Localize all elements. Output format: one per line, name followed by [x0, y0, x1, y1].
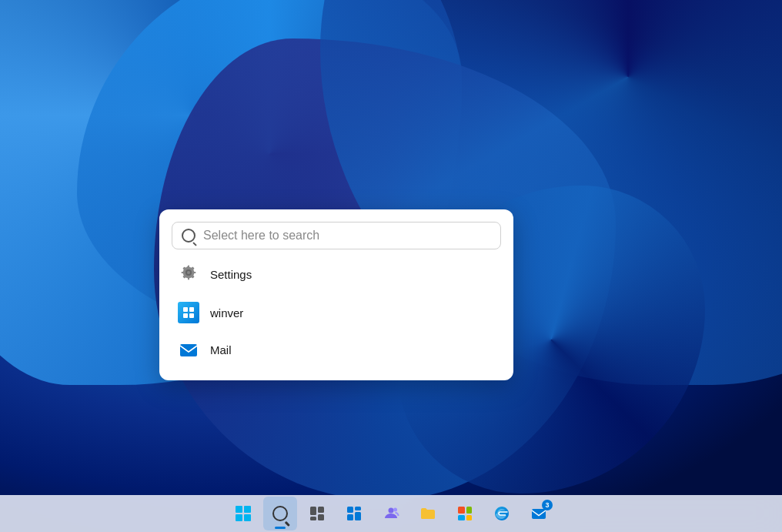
taskbar-fileexplorer-button[interactable] — [411, 497, 445, 530]
svg-rect-14 — [466, 507, 472, 514]
svg-rect-9 — [347, 514, 353, 520]
svg-rect-10 — [355, 512, 361, 520]
taskbar-store-button[interactable] — [448, 497, 482, 530]
svg-rect-13 — [458, 507, 465, 514]
taskbar-widgets-button[interactable] — [337, 497, 371, 530]
svg-rect-4 — [318, 507, 324, 513]
taskbar-taskview-button[interactable] — [300, 497, 334, 530]
svg-rect-2 — [180, 344, 197, 356]
svg-rect-6 — [310, 517, 316, 520]
search-placeholder-text: Select here to search — [203, 229, 319, 243]
svg-rect-7 — [347, 507, 353, 513]
settings-label: Settings — [210, 268, 252, 281]
teams-icon — [383, 505, 399, 522]
search-result-winver[interactable]: winver — [172, 294, 501, 331]
mail-icon — [178, 339, 199, 360]
store-icon — [456, 505, 473, 522]
svg-rect-16 — [466, 515, 472, 520]
mail-badge: 3 — [542, 500, 553, 510]
search-input-container[interactable]: Select here to search — [172, 222, 501, 249]
svg-rect-15 — [458, 515, 465, 520]
taskbar-icons: 3 — [226, 497, 556, 530]
winver-icon — [178, 302, 199, 323]
edge-icon — [493, 505, 510, 522]
search-results-list: Settings winver — [172, 254, 501, 368]
fileexplorer-icon — [419, 505, 436, 522]
search-icon — [182, 229, 196, 243]
mail-label: Mail — [210, 343, 232, 356]
svg-point-12 — [393, 508, 397, 512]
svg-rect-17 — [532, 509, 546, 519]
search-result-settings[interactable]: Settings — [172, 254, 501, 294]
search-popup: Select here to search Settings — [159, 209, 513, 380]
taskview-icon — [309, 506, 325, 521]
svg-rect-8 — [355, 507, 361, 510]
taskbar-start-button[interactable] — [226, 497, 260, 530]
svg-rect-3 — [310, 507, 316, 515]
taskbar-mail-button[interactable]: 3 — [522, 497, 556, 530]
winver-label: winver — [210, 306, 243, 320]
svg-point-11 — [389, 508, 394, 514]
widgets-icon — [346, 506, 362, 521]
taskbar-edge-button[interactable] — [485, 497, 519, 530]
svg-rect-5 — [318, 514, 324, 520]
taskbar-teams-button[interactable] — [374, 497, 408, 530]
search-taskbar-icon — [272, 506, 288, 521]
taskbar: 3 — [0, 495, 782, 532]
search-result-mail[interactable]: Mail — [172, 331, 501, 368]
settings-icon — [178, 262, 199, 286]
taskbar-search-button[interactable] — [263, 497, 297, 530]
